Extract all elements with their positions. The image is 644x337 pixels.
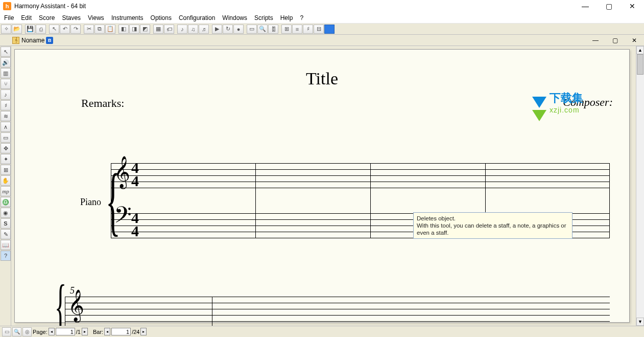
- tool-fx-icon[interactable]: ✦: [1, 154, 11, 164]
- tool-hand-icon[interactable]: ✋: [1, 175, 11, 186]
- toolbar-save-icon[interactable]: 💾: [25, 25, 35, 34]
- tool-dot-icon[interactable]: ◉: [1, 208, 11, 218]
- toolbar-note3-icon[interactable]: ♬: [199, 25, 209, 34]
- tool-layout-icon[interactable]: ▭: [1, 132, 11, 143]
- bar-next-button[interactable]: ▸: [140, 328, 147, 335]
- scroll-thumb[interactable]: [637, 54, 643, 75]
- toolbar-paste-icon[interactable]: 📋: [105, 25, 115, 34]
- page-input[interactable]: [56, 328, 75, 335]
- toolbar-copy-icon[interactable]: ⧉: [94, 25, 105, 34]
- tool-grid-icon[interactable]: ⊞: [1, 165, 11, 175]
- menu-question[interactable]: ?: [300, 14, 303, 21]
- toolbar-print-icon[interactable]: ⎙: [36, 25, 46, 34]
- toolbar-seg3-icon[interactable]: ♯: [303, 25, 313, 34]
- tool-wave-icon[interactable]: ≋: [1, 111, 11, 121]
- bar-input[interactable]: [111, 328, 131, 335]
- toolbar-mark3-icon[interactable]: ◩: [140, 25, 150, 34]
- tool-note-icon[interactable]: ♪: [1, 89, 11, 100]
- tool-drag-icon[interactable]: ✥: [1, 143, 11, 153]
- bass-clef-icon: 𝄢: [114, 204, 132, 232]
- menu-options[interactable]: Options: [151, 14, 172, 21]
- tool-book-icon[interactable]: 📖: [1, 240, 11, 250]
- page-label: Page:: [33, 329, 47, 335]
- toolbar-grid-icon[interactable]: ▦: [153, 25, 163, 34]
- toolbar-separator: [244, 25, 246, 34]
- menu-edit[interactable]: Edit: [21, 14, 32, 21]
- doc-close-button[interactable]: ✕: [625, 35, 644, 46]
- menu-score[interactable]: Score: [39, 14, 55, 21]
- tool-arrow-icon[interactable]: ↖: [1, 47, 11, 57]
- menu-instruments[interactable]: Instruments: [111, 14, 144, 21]
- score-title[interactable]: Title: [15, 69, 629, 88]
- toolbar-new-icon[interactable]: ✧: [1, 25, 11, 34]
- statusbar: ▭ 🔍 ◎ Page: ◂ /1 ▸ Bar: ◂ /24 ▸: [0, 326, 644, 337]
- toolbar-mark2-icon[interactable]: ◨: [129, 25, 139, 34]
- menu-scripts[interactable]: Scripts: [254, 14, 273, 21]
- tool-speaker-icon[interactable]: 🔊: [1, 57, 11, 68]
- toolbar-seg1-icon[interactable]: ⊞: [281, 25, 292, 34]
- tool-balance-icon[interactable]: ♎: [1, 197, 11, 207]
- tool-piano-icon[interactable]: ▥: [1, 68, 11, 78]
- menu-staves[interactable]: Staves: [62, 14, 81, 21]
- toolbar-note1-icon[interactable]: ♪: [177, 25, 187, 34]
- instrument-label: Piano: [80, 197, 101, 208]
- toolbar-play-icon[interactable]: ▶: [212, 25, 222, 34]
- treble-clef-icon: 𝄞: [68, 291, 84, 319]
- doc-minimize-button[interactable]: —: [586, 35, 605, 46]
- toolbar-separator: [46, 25, 49, 34]
- toolbar-cursor-icon[interactable]: ↖: [49, 25, 59, 34]
- tool-mp-icon[interactable]: mp: [1, 186, 11, 196]
- toolbar-seg2-icon[interactable]: ≡: [292, 25, 302, 34]
- tool-caretup-icon[interactable]: ∧: [1, 122, 11, 132]
- menu-file[interactable]: File: [4, 14, 14, 21]
- toolbar-mark1-icon[interactable]: ◧: [118, 25, 129, 34]
- tool-tuning-icon[interactable]: ⑂: [1, 79, 11, 89]
- watermark-arrow-icon: [532, 97, 546, 108]
- tooltip-line1: Deletes object.: [417, 215, 569, 222]
- toolbar-rec-icon[interactable]: ●: [233, 25, 244, 34]
- page-prev-button[interactable]: ◂: [49, 328, 55, 335]
- page-next-button[interactable]: ▸: [82, 328, 88, 335]
- menu-windows[interactable]: Windows: [222, 14, 247, 21]
- tool-help-icon[interactable]: ?: [1, 251, 11, 261]
- toolbar-segment-icon[interactable]: ▭: [247, 25, 257, 34]
- window-maximize-button[interactable]: ▢: [597, 0, 621, 12]
- toolbar-open-icon[interactable]: 📂: [12, 25, 22, 34]
- staff-system-2: 5 { 𝄞: [55, 297, 610, 326]
- window-close-button[interactable]: ✕: [621, 0, 644, 12]
- document-name[interactable]: Noname: [21, 37, 44, 44]
- toolbar-loop-icon[interactable]: ↻: [223, 25, 233, 34]
- document-tabbar: 𝄞 Noname B — ▢ ✕: [0, 35, 644, 46]
- toolbar-seg4-icon[interactable]: ⊟: [314, 25, 324, 34]
- window-minimize-button[interactable]: —: [574, 0, 597, 12]
- toolbar-zoom-icon[interactable]: 🔍: [257, 25, 268, 34]
- toolbar-cut-icon[interactable]: ✂: [84, 25, 94, 34]
- doc-maximize-button[interactable]: ▢: [605, 35, 625, 46]
- status-zoom-icon[interactable]: 🔍: [12, 327, 21, 336]
- vertical-scrollbar[interactable]: ▲ ▼: [636, 46, 644, 326]
- treble-staff-2[interactable]: 𝄞: [65, 297, 610, 321]
- toolbar-mixer-icon[interactable]: 🎛: [268, 25, 278, 34]
- time-signature-bass: 44: [131, 211, 139, 238]
- status-target-icon[interactable]: ◎: [22, 327, 32, 336]
- tool-pencil-icon[interactable]: ✎: [1, 229, 11, 239]
- toolbar-undo-icon[interactable]: ↶: [60, 25, 70, 34]
- menu-views[interactable]: Views: [88, 14, 104, 21]
- toolbar-bluebtn-icon[interactable]: [324, 25, 335, 34]
- toolbar-separator: [175, 25, 177, 34]
- treble-staff[interactable]: 𝄞 44: [111, 163, 610, 188]
- scroll-down-icon[interactable]: ▼: [636, 318, 644, 326]
- bar-prev-button[interactable]: ◂: [104, 328, 110, 335]
- menu-configuration[interactable]: Configuration: [179, 14, 215, 21]
- toolbar-note2-icon[interactable]: ♫: [188, 25, 198, 34]
- scroll-up-icon[interactable]: ▲: [636, 46, 644, 54]
- tool-s-icon[interactable]: S: [1, 218, 11, 229]
- menu-help[interactable]: Help: [280, 14, 293, 21]
- tool-sharp-icon[interactable]: ♯: [1, 100, 11, 110]
- score-canvas[interactable]: Title Remarks: Composer: 下载集 xzji.com Pi…: [11, 46, 644, 326]
- status-mode-icon[interactable]: ▭: [2, 327, 11, 336]
- toolbar-redo-icon[interactable]: ↷: [70, 25, 81, 34]
- time-signature: 44: [131, 161, 139, 188]
- bar-label: Bar:: [93, 329, 103, 335]
- toolbar-tag-icon[interactable]: 🏷: [164, 25, 174, 34]
